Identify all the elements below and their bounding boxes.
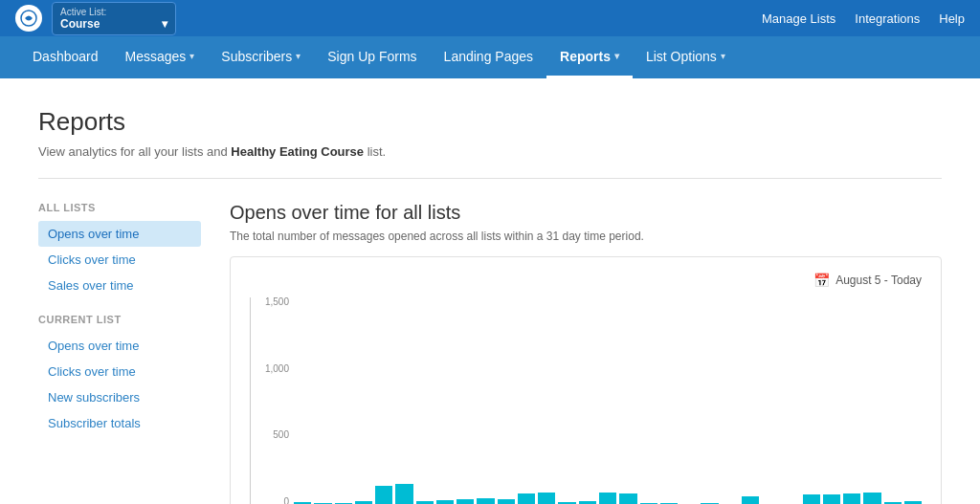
bar-group <box>538 493 555 504</box>
bar-group <box>742 496 759 504</box>
top-bar-right: Manage Lists Integrations Help <box>762 11 965 26</box>
integrations-link[interactable]: Integrations <box>855 11 920 26</box>
date-range-text: August 5 - Today <box>835 274 922 287</box>
bar-group <box>843 493 860 504</box>
nav-bar: Dashboard Messages ▾ Subscribers ▾ Sign … <box>0 36 980 78</box>
help-link[interactable]: Help <box>939 11 965 26</box>
nav-dashboard[interactable]: Dashboard <box>19 36 112 78</box>
y-label-1500: 1,500 <box>251 297 289 307</box>
sales-over-time-all[interactable]: Sales over time <box>38 273 201 298</box>
main-content: Reports View analytics for all your list… <box>0 78 980 504</box>
new-subscribers[interactable]: New subscribers <box>38 384 201 410</box>
list-options-chevron-icon: ▾ <box>721 51 725 61</box>
bar-group <box>477 498 494 504</box>
bar-broadcast <box>498 499 515 504</box>
nav-subscribers[interactable]: Subscribers ▾ <box>208 36 314 78</box>
opens-over-time-all[interactable]: Opens over time <box>38 221 201 247</box>
y-axis: 1,500 1,000 500 0 <box>251 297 289 504</box>
bar-broadcast <box>436 500 454 504</box>
bar-broadcast <box>742 496 759 504</box>
subscribers-chevron-icon: ▾ <box>296 51 301 61</box>
top-bar-left: Active List: Course ▾ <box>15 2 176 35</box>
nav-landing-pages[interactable]: Landing Pages <box>431 36 546 78</box>
bar-broadcast <box>823 494 840 504</box>
bar-chart: 1,500 1,000 500 0 <box>250 297 922 504</box>
logo <box>15 5 42 32</box>
y-label-0: 0 <box>251 497 289 504</box>
reports-chevron-icon: ▾ <box>614 51 619 61</box>
bar-broadcast <box>375 486 392 504</box>
clicks-over-time-all[interactable]: Clicks over time <box>38 247 201 273</box>
bar-broadcast <box>538 493 555 504</box>
bar-group <box>803 494 820 504</box>
page-subtitle: View analytics for all your lists and He… <box>38 144 942 159</box>
subscriber-totals[interactable]: Subscriber totals <box>38 410 201 436</box>
bar-group <box>863 493 880 504</box>
reports-layout: ALL LISTS Opens over time Clicks over ti… <box>38 202 942 504</box>
top-bar: Active List: Course ▾ Manage Lists Integ… <box>0 0 980 36</box>
manage-lists-link[interactable]: Manage Lists <box>762 11 835 26</box>
opens-over-time-current[interactable]: Opens over time <box>38 333 201 359</box>
y-label-500: 500 <box>251 430 289 440</box>
bar-group <box>518 493 535 504</box>
sidebar: ALL LISTS Opens over time Clicks over ti… <box>38 202 201 504</box>
bar-chart-wrapper: 1,500 1,000 500 0 5678910111213141516171… <box>250 297 922 504</box>
bar-group <box>823 494 840 504</box>
bar-broadcast <box>599 493 616 504</box>
nav-reports[interactable]: Reports ▾ <box>546 36 633 78</box>
current-list-section-title: CURRENT LIST <box>38 314 201 325</box>
bar-broadcast <box>477 498 494 504</box>
bar-broadcast <box>803 494 820 504</box>
bar-broadcast <box>843 493 860 504</box>
bar-group <box>619 493 636 504</box>
bar-group <box>498 499 515 504</box>
bar-broadcast <box>863 493 880 504</box>
calendar-icon: 📅 <box>813 273 830 288</box>
bar-group <box>395 484 412 504</box>
y-label-1000: 1,000 <box>251 364 289 374</box>
page-title: Reports <box>38 107 942 137</box>
bar-group <box>375 486 392 504</box>
nav-list-options[interactable]: List Options ▾ <box>633 36 739 78</box>
active-list-name: Course ▾ <box>60 17 167 31</box>
bar-group <box>599 493 616 504</box>
bar-group <box>457 499 474 504</box>
nav-messages[interactable]: Messages ▾ <box>112 36 209 78</box>
bar-broadcast <box>395 484 412 504</box>
chart-heading: Opens over time for all lists <box>230 202 942 224</box>
nav-signup-forms[interactable]: Sign Up Forms <box>314 36 430 78</box>
bar-broadcast <box>518 493 535 504</box>
chart-container: 📅 August 5 - Today 1,500 1,000 500 0 <box>230 256 942 504</box>
divider <box>38 178 942 179</box>
bar-broadcast <box>619 493 636 504</box>
chart-subheading: The total number of messages opened acro… <box>230 230 942 243</box>
bar-group <box>436 500 454 504</box>
active-list-label: Active List: <box>60 7 167 17</box>
chart-area: Opens over time for all lists The total … <box>230 202 942 504</box>
all-lists-section-title: ALL LISTS <box>38 202 201 213</box>
active-list-selector[interactable]: Active List: Course ▾ <box>52 2 176 35</box>
bars-wrapper <box>294 297 922 504</box>
messages-chevron-icon: ▾ <box>189 51 194 61</box>
bar-broadcast <box>457 499 474 504</box>
chart-date-range: 📅 August 5 - Today <box>250 273 922 288</box>
clicks-over-time-current[interactable]: Clicks over time <box>38 359 201 384</box>
